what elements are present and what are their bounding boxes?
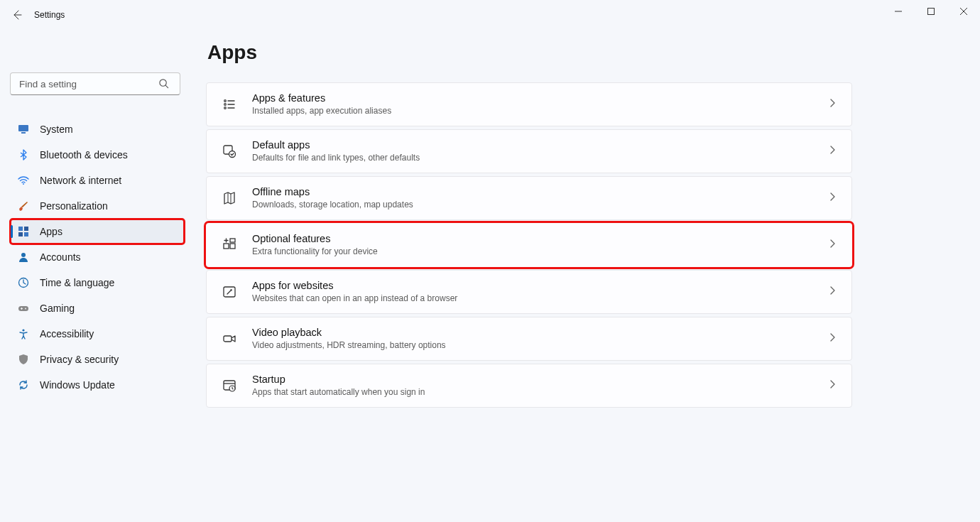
window-title: Settings [34, 10, 65, 20]
sidebar-item-label: Accessibility [40, 328, 94, 339]
svg-rect-7 [18, 232, 23, 236]
startup-icon [221, 377, 238, 394]
sidebar-item-label: Personalization [40, 200, 108, 212]
card-text: Default appsDefaults for file and link t… [252, 138, 819, 164]
link-app-icon [221, 283, 238, 300]
search-wrap [10, 72, 185, 95]
settings-card-offline-maps[interactable]: Offline mapsDownloads, storage location,… [206, 176, 852, 220]
sidebar-item-system[interactable]: System [10, 116, 185, 142]
sidebar-nav: SystemBluetooth & devicesNetwork & inter… [10, 116, 185, 398]
chevron-right-icon [827, 332, 837, 345]
sidebar-item-accessibility[interactable]: Accessibility [10, 321, 185, 347]
gamepad-icon [17, 302, 30, 315]
svg-point-12 [25, 308, 26, 310]
svg-rect-3 [21, 132, 26, 134]
card-title: Video playback [252, 326, 819, 339]
sidebar-item-label: Privacy & security [40, 354, 119, 365]
sidebar-item-label: Apps [40, 226, 62, 237]
chevron-right-icon [827, 192, 837, 205]
svg-rect-21 [230, 239, 235, 242]
settings-card-startup[interactable]: StartupApps that start automatically whe… [206, 364, 852, 408]
sidebar-item-label: Accounts [40, 251, 81, 263]
card-text: Optional featuresExtra functionality for… [252, 232, 819, 258]
svg-rect-6 [24, 227, 28, 231]
wifi-icon [17, 174, 30, 187]
svg-point-18 [229, 151, 236, 158]
shield-icon [17, 353, 30, 366]
chevron-right-icon [827, 98, 837, 111]
clock-globe-icon [17, 276, 30, 289]
chevron-right-icon [827, 286, 837, 298]
card-text: Apps for websitesWebsites that can open … [252, 279, 819, 305]
svg-point-15 [224, 104, 227, 106]
sidebar-item-accounts[interactable]: Accounts [10, 244, 185, 270]
svg-rect-5 [18, 227, 23, 231]
window-controls [882, 0, 980, 23]
apps-icon [17, 225, 30, 238]
chevron-right-icon [827, 379, 837, 392]
sidebar-item-apps[interactable]: Apps [10, 219, 185, 244]
settings-card-apps-features[interactable]: Apps & featuresInstalled apps, app execu… [206, 82, 852, 126]
sidebar-item-time-language[interactable]: Time & language [10, 270, 185, 295]
bluetooth-icon [17, 148, 30, 161]
list-icon [221, 96, 238, 113]
settings-card-default-apps[interactable]: Default appsDefaults for file and link t… [206, 129, 852, 173]
person-icon [17, 251, 30, 263]
card-subtitle: Extra functionality for your device [252, 246, 819, 258]
svg-rect-20 [230, 244, 235, 249]
paintbrush-icon [17, 200, 30, 212]
sidebar-item-label: Time & language [40, 277, 114, 288]
search-input[interactable] [10, 72, 180, 95]
svg-rect-2 [18, 125, 28, 131]
card-text: Video playbackVideo adjustments, HDR str… [252, 326, 819, 352]
settings-card-apps-for-websites[interactable]: Apps for websitesWebsites that can open … [206, 270, 852, 314]
close-button[interactable] [947, 0, 980, 23]
card-subtitle: Websites that can open in an app instead… [252, 293, 819, 305]
card-title: Startup [252, 373, 819, 386]
sidebar-item-network-internet[interactable]: Network & internet [10, 168, 185, 193]
svg-rect-23 [224, 336, 232, 342]
sidebar-item-privacy-security[interactable]: Privacy & security [10, 347, 185, 372]
card-title: Apps & features [252, 92, 819, 105]
sidebar-item-label: Bluetooth & devices [40, 149, 128, 161]
sidebar-item-label: Gaming [40, 303, 75, 314]
settings-card-optional-features[interactable]: Optional featuresExtra functionality for… [206, 223, 852, 267]
card-subtitle: Defaults for file and link types, other … [252, 152, 819, 164]
arrow-left-icon [11, 9, 23, 21]
chevron-right-icon [827, 145, 837, 158]
sidebar-item-personalization[interactable]: Personalization [10, 193, 185, 219]
svg-point-9 [21, 253, 26, 257]
card-title: Offline maps [252, 185, 819, 199]
page-title: Apps [207, 41, 852, 64]
optional-features-icon [221, 236, 238, 254]
card-subtitle: Video adjustments, HDR streaming, batter… [252, 339, 819, 352]
sidebar-item-bluetooth-devices[interactable]: Bluetooth & devices [10, 142, 185, 168]
close-icon [960, 8, 967, 15]
minimize-button[interactable] [882, 0, 915, 23]
minimize-icon [895, 8, 902, 15]
card-subtitle: Downloads, storage location, map updates [252, 199, 819, 211]
maximize-button[interactable] [915, 0, 947, 23]
accessibility-icon [17, 327, 30, 340]
svg-rect-8 [24, 232, 28, 236]
video-icon [221, 330, 238, 347]
svg-point-13 [22, 329, 24, 331]
card-text: StartupApps that start automatically whe… [252, 373, 819, 398]
card-title: Optional features [252, 232, 819, 246]
update-icon [17, 379, 30, 391]
svg-rect-11 [18, 306, 28, 311]
card-title: Default apps [252, 138, 819, 152]
svg-point-16 [224, 107, 227, 109]
card-subtitle: Installed apps, app execution aliases [252, 105, 819, 117]
sidebar-item-label: Network & internet [40, 175, 121, 186]
chevron-right-icon [827, 239, 837, 251]
back-button[interactable] [6, 4, 28, 26]
settings-card-video-playback[interactable]: Video playbackVideo adjustments, HDR str… [206, 317, 852, 361]
sidebar-item-windows-update[interactable]: Windows Update [10, 372, 185, 398]
default-apps-icon [221, 143, 238, 160]
sidebar-item-gaming[interactable]: Gaming [10, 295, 185, 321]
settings-card-list: Apps & featuresInstalled apps, app execu… [206, 82, 852, 408]
svg-rect-19 [224, 244, 229, 249]
card-text: Apps & featuresInstalled apps, app execu… [252, 92, 819, 117]
card-text: Offline mapsDownloads, storage location,… [252, 185, 819, 211]
